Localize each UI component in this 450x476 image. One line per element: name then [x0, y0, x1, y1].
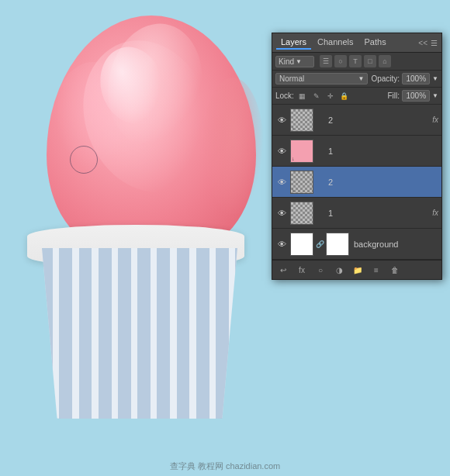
cup [23, 248, 256, 426]
layers-panel: Layers Channels Paths << ☰ Kind ▼ ☰ ○ T … [272, 33, 442, 280]
layer-row-1-bottom[interactable]: 👁 1 fx [272, 198, 441, 229]
opacity-chevron: ▼ [432, 75, 438, 82]
tab-channels[interactable]: Channels [313, 36, 358, 50]
layer-fx-2-top: fx [432, 116, 438, 124]
fill-chevron: ▼ [432, 92, 438, 99]
layer-link-background: 🔗 [316, 233, 324, 256]
layer-name-1-bottom: 1 [326, 209, 430, 218]
layer-thumbnail-2-top: ↓ [290, 109, 313, 132]
layer-row-2-top[interactable]: 👁 ↓ 2 fx [272, 105, 441, 136]
frosting-right [202, 78, 264, 217]
lock-all-icon[interactable]: 🔒 [339, 91, 350, 102]
filter-icon-smart[interactable]: ⌂ [379, 55, 391, 67]
fill-value[interactable]: 100% [402, 90, 430, 102]
panel-menu-icon[interactable]: ☰ [431, 39, 438, 47]
footer-mask-btn[interactable]: ○ [313, 263, 328, 277]
stripe [177, 248, 190, 419]
stripe [118, 248, 131, 419]
filter-kind-label: Kind [279, 57, 294, 66]
lock-label: Lock: [275, 91, 294, 100]
layer-thumbnail-1-bottom [290, 202, 313, 225]
lock-row: Lock: ▦ ✎ ✛ 🔒 Fill: 100% ▼ [272, 88, 441, 105]
layer-visibility-1[interactable]: 👁 [275, 145, 288, 157]
watermark: 查字典 教程网 chazidian.com [170, 460, 280, 472]
clip-icon: ↓ [292, 125, 295, 130]
layer-row-1[interactable]: 👁 ↓ 1 [272, 136, 441, 167]
filter-icons: ☰ ○ T □ ⌂ [320, 55, 391, 67]
fill-label: Fill: [388, 91, 400, 100]
blend-mode-select[interactable]: Normal ▼ [275, 73, 368, 85]
layer-link-1-bottom [316, 202, 324, 225]
layer-name-2-top: 2 [326, 116, 430, 125]
panel-footer: ↩ fx ○ ◑ 📁 ≡ 🗑 [272, 260, 441, 279]
layer-visibility-2-top[interactable]: 👁 [275, 114, 288, 126]
layer-visibility-background[interactable]: 👁 [275, 238, 288, 250]
footer-delete-btn[interactable]: 🗑 [387, 263, 403, 277]
stripe [235, 248, 248, 419]
panel-header-controls: << ☰ [418, 39, 438, 47]
opacity-value[interactable]: 100% [402, 73, 430, 85]
layer-thumbnail-background [290, 233, 313, 256]
layer-link-2-selected [316, 171, 324, 194]
layer-link-2-top [316, 109, 324, 132]
layer-visibility-2-selected[interactable]: 👁 [275, 176, 288, 188]
lock-pixels-icon[interactable]: ▦ [297, 91, 308, 102]
clip-icon: ↓ [292, 187, 295, 192]
stripe [137, 248, 151, 419]
fill-row: Fill: 100% ▼ [388, 90, 438, 102]
brush-circle [70, 146, 98, 174]
stripe [216, 248, 229, 419]
filter-kind-chevron: ▼ [296, 58, 302, 65]
layer-fx-1-bottom: fx [432, 209, 438, 217]
stripe [79, 248, 92, 419]
filter-icon-shape[interactable]: □ [364, 55, 376, 67]
layer-name-1: 1 [326, 147, 438, 156]
clip-icon: ↓ [292, 156, 295, 161]
filter-row: Kind ▼ ☰ ○ T □ ⌂ [272, 53, 441, 71]
panel-header: Layers Channels Paths << ☰ [272, 33, 441, 53]
layer-visibility-1-bottom[interactable]: 👁 [275, 207, 288, 219]
stripe [99, 248, 112, 419]
cup-body [31, 248, 248, 419]
stripe [196, 248, 209, 419]
layer-link-1 [316, 140, 324, 163]
tab-paths[interactable]: Paths [360, 36, 391, 50]
lock-icons: ▦ ✎ ✛ 🔒 [297, 91, 350, 102]
layers-list: 👁 ↓ 2 fx 👁 ↓ 1 👁 ↓ 2 [272, 105, 441, 260]
filter-icon-all[interactable]: ☰ [320, 55, 332, 67]
opacity-label: Opacity: [371, 74, 400, 83]
opacity-row: Opacity: 100% ▼ [371, 73, 438, 85]
layer-name-2-selected: 2 [326, 178, 438, 187]
layer-name-background: background [351, 240, 438, 249]
footer-fx-btn[interactable]: fx [294, 263, 310, 277]
blend-mode-chevron: ▼ [358, 75, 364, 82]
footer-adjustment-btn[interactable]: ◑ [331, 263, 347, 277]
footer-new-btn[interactable]: ≡ [369, 263, 384, 277]
layer-row-background[interactable]: 👁 🔗 background [272, 229, 441, 260]
filter-kind-select[interactable]: Kind ▼ [275, 56, 314, 67]
lock-move-icon[interactable]: ✛ [325, 91, 336, 102]
stripe [59, 248, 72, 419]
panel-tabs: Layers Channels Paths [276, 36, 391, 50]
blend-mode-row: Normal ▼ Opacity: 100% ▼ [272, 71, 441, 88]
layer-thumbnail-1: ↓ [290, 140, 313, 163]
layer-thumbnail-2-selected: ↓ [290, 171, 313, 194]
stripe [40, 248, 53, 419]
layer-mask-background [326, 233, 349, 256]
lock-paint-icon[interactable]: ✎ [311, 91, 322, 102]
tab-layers[interactable]: Layers [276, 36, 311, 50]
layer-row-2-selected[interactable]: 👁 ↓ 2 [272, 167, 441, 198]
footer-group-btn[interactable]: 📁 [350, 263, 365, 277]
footer-link-btn[interactable]: ↩ [275, 263, 291, 277]
cupcake-illustration [23, 16, 287, 450]
filter-icon-pixel[interactable]: ○ [334, 55, 347, 67]
filter-icon-text[interactable]: T [349, 55, 362, 67]
stripe [157, 248, 170, 419]
blend-mode-label: Normal [279, 74, 304, 83]
panel-collapse-icon[interactable]: << [418, 39, 428, 47]
